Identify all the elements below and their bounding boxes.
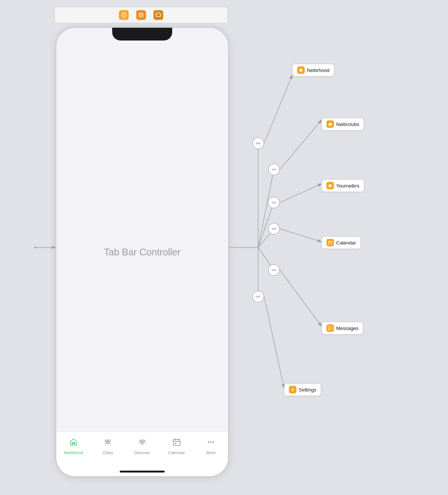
neibrhood-tab-label: Neibrhood xyxy=(64,450,83,455)
more-tab-icon xyxy=(204,435,218,449)
branch-node-neibrclubs xyxy=(268,164,280,176)
iphone-notch xyxy=(112,28,172,40)
svg-point-2 xyxy=(140,14,142,16)
svg-line-21 xyxy=(264,75,292,143)
branch-node-yourneibrs xyxy=(268,196,280,208)
svg-point-27 xyxy=(256,142,258,144)
svg-point-10 xyxy=(141,442,143,444)
svg-point-46 xyxy=(292,389,293,390)
svg-point-40 xyxy=(274,269,276,271)
toolbar-icon-2 xyxy=(136,10,146,20)
tab-bar-controller-label: Tab Bar Controller xyxy=(104,246,180,258)
dest-yourneibrs-label: Yourneibrs xyxy=(336,183,359,189)
svg-marker-19 xyxy=(35,246,38,249)
svg-point-30 xyxy=(272,169,274,170)
dest-settings-label: Settings xyxy=(299,387,316,393)
iphone-frame: Tab Bar Controller Neibrhood xyxy=(56,27,229,477)
dest-yourneibrs-icon xyxy=(326,182,334,189)
xcode-toolbar xyxy=(54,7,228,23)
svg-point-9 xyxy=(143,440,144,442)
svg-point-15 xyxy=(212,441,214,443)
tab-neibrhood[interactable]: Neibrhood xyxy=(56,435,91,455)
branch-node-settings xyxy=(252,291,264,303)
iphone-content: Tab Bar Controller xyxy=(56,28,228,476)
dest-calendar[interactable]: Calendar xyxy=(322,236,361,249)
dest-calendar-label: Calendar xyxy=(336,240,356,246)
svg-point-43 xyxy=(259,296,260,297)
branch-node-icon xyxy=(256,141,261,146)
branch-node-icon-4 xyxy=(271,226,277,231)
toolbar-icon-3 xyxy=(153,10,163,20)
svg-rect-3 xyxy=(156,14,161,16)
svg-point-33 xyxy=(272,202,274,203)
branch-node-messages xyxy=(268,264,280,276)
neibrhood-tab-icon xyxy=(67,435,80,449)
toolbar-icon-1 xyxy=(119,10,129,20)
svg-rect-11 xyxy=(173,440,180,446)
dest-settings[interactable]: Settings xyxy=(284,383,321,396)
home-indicator xyxy=(120,471,165,472)
discover-tab-icon xyxy=(135,435,149,449)
dest-calendar-icon xyxy=(326,239,334,246)
branch-node-icon-2 xyxy=(271,167,277,172)
svg-point-13 xyxy=(208,441,209,443)
svg-point-36 xyxy=(272,228,274,230)
svg-line-25 xyxy=(280,270,322,326)
branch-node-neibrhood xyxy=(252,137,264,149)
dest-yourneibrs[interactable]: Yourneibrs xyxy=(322,179,364,192)
branch-node-icon-3 xyxy=(271,200,277,205)
svg-point-31 xyxy=(274,169,276,170)
dest-neibrhood[interactable]: Neibrhood xyxy=(292,64,334,76)
dest-neibrclubs[interactable]: Neibrclubs xyxy=(322,118,364,130)
tab-clubs[interactable]: Clubs xyxy=(91,435,125,455)
calendar-tab-icon xyxy=(170,435,183,449)
svg-point-7 xyxy=(107,441,109,444)
svg-line-22 xyxy=(280,120,322,170)
dest-messages-icon xyxy=(326,324,334,332)
discover-tab-label: Discover xyxy=(134,450,150,455)
dest-neibrclubs-label: Neibrclubs xyxy=(336,122,359,127)
svg-rect-12 xyxy=(175,443,176,444)
dest-messages[interactable]: Messages xyxy=(322,322,363,334)
calendar-tab-label: Calendar xyxy=(168,450,185,455)
svg-point-42 xyxy=(256,296,258,297)
svg-point-28 xyxy=(259,142,260,144)
dest-neibrhood-label: Neibrhood xyxy=(307,68,329,73)
svg-line-24 xyxy=(280,229,322,242)
svg-point-34 xyxy=(274,202,276,203)
dest-neibrhood-icon xyxy=(297,66,305,74)
svg-line-23 xyxy=(280,184,322,202)
clubs-tab-icon xyxy=(101,435,114,449)
svg-line-26 xyxy=(264,297,284,388)
branch-node-icon-6 xyxy=(256,294,261,299)
tab-calendar[interactable]: Calendar xyxy=(159,435,194,455)
svg-rect-4 xyxy=(72,444,75,445)
dest-neibrclubs-icon xyxy=(326,120,334,128)
svg-point-14 xyxy=(210,441,212,443)
dest-messages-label: Messages xyxy=(336,326,358,331)
dest-settings-icon xyxy=(289,386,296,393)
clubs-tab-label: Clubs xyxy=(102,450,113,455)
branch-node-icon-5 xyxy=(271,267,277,273)
branch-node-calendar xyxy=(268,223,280,235)
svg-point-37 xyxy=(274,228,276,230)
svg-point-8 xyxy=(140,440,141,442)
more-tab-label: More xyxy=(206,450,216,455)
svg-rect-45 xyxy=(329,242,332,244)
tab-more[interactable]: More xyxy=(194,435,228,455)
tab-discover[interactable]: Discover xyxy=(125,435,159,455)
svg-point-39 xyxy=(272,269,274,271)
tab-bar: Neibrhood Clubs xyxy=(56,431,228,476)
